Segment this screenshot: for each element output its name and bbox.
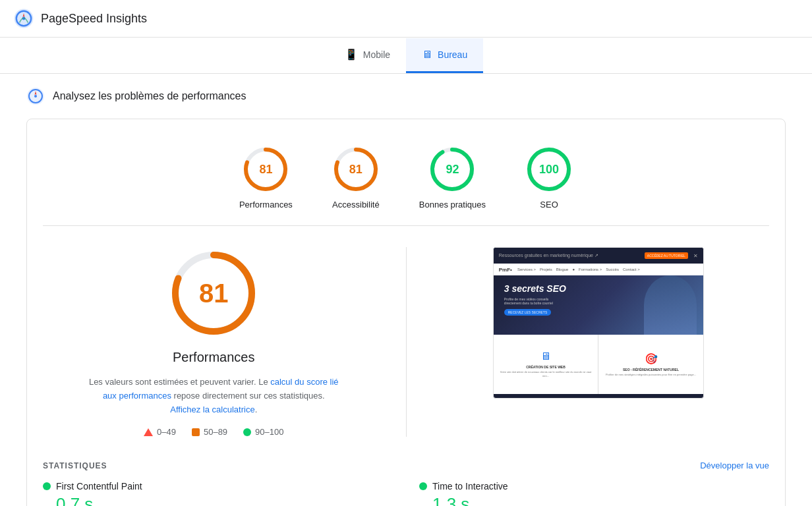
mock-topbar-text: Ressources gratuites en marketing numéri… — [499, 253, 642, 258]
legend: 0–49 50–89 90–100 — [144, 427, 283, 437]
desktop-icon: 🖥 — [422, 49, 432, 61]
performance-left: 81 Performances Les valeurs sont estimée… — [43, 247, 385, 437]
app-title: PageSpeed Insights — [41, 12, 147, 26]
legend-good-range: 90–100 — [255, 427, 283, 437]
stats-section: STATISTIQUES Développer la vue First Con… — [43, 447, 769, 506]
stat-tti-header: Time to Interactive — [419, 481, 769, 492]
mock-seo-icon: 🎯 — [645, 352, 658, 365]
mock-web-icon: 🖥 — [540, 351, 551, 362]
stat-tti-value: 1,3 s — [419, 494, 769, 506]
mock-card-seo: 🎯 SEO - RÉFÉRENCEMENT NATUREL Profiter d… — [598, 335, 703, 394]
mock-hero: 3 secrets SEO Profite de mes vidéos cons… — [494, 275, 703, 335]
mock-bottom-row: 🖥 CRÉATION DE SITE WEB Votre site doit a… — [494, 335, 703, 394]
mock-topbar: Ressources gratuites en marketing numéri… — [494, 248, 703, 264]
mock-card-seo-text: Profiter de mes stratégies intégrales pu… — [606, 373, 696, 377]
mock-card-web: 🖥 CRÉATION DE SITE WEB Votre site doit a… — [494, 335, 599, 394]
mock-card-web-text: Votre site doit attirer de nouveaux clie… — [499, 370, 593, 378]
desc-end: . — [255, 405, 258, 414]
logo-container: PageSpeed Insights — [13, 8, 147, 29]
desc-part1: Les valeurs sont estimées et peuvent var… — [89, 377, 268, 387]
pagespeed-icon — [13, 8, 34, 29]
stat-fcp-value: 0,7 s — [43, 494, 393, 506]
large-gauge-value: 81 — [199, 279, 229, 308]
tab-bureau[interactable]: 🖥 Bureau — [406, 38, 483, 73]
analyze-icon — [26, 87, 45, 105]
stat-fcp: First Contentful Paint 0,7 s — [43, 481, 393, 506]
scores-card: 81 Performances 81 Accessibilité — [26, 119, 786, 506]
score-seo: 100 SEO — [525, 146, 573, 210]
screenshot-container: Ressources gratuites en marketing numéri… — [428, 247, 770, 437]
mock-hero-text: 3 secrets SEO Profite de mes vidéos cons… — [504, 283, 566, 316]
mock-nav-links: Services > Projets Blogue ● Formations >… — [517, 267, 640, 271]
gauge-performances: 81 — [242, 146, 289, 193]
mock-hero-image — [644, 275, 697, 335]
tab-mobile-label: Mobile — [363, 49, 390, 60]
detail-section: 81 Performances Les valeurs sont estimée… — [43, 226, 769, 447]
stat-fcp-header: First Contentful Paint — [43, 481, 393, 492]
gauge-bonnes-pratiques: 92 — [428, 146, 476, 193]
performance-title: Performances — [173, 350, 255, 365]
score-performances-label: Performances — [239, 200, 293, 210]
vertical-divider — [406, 247, 407, 437]
legend-good: 90–100 — [243, 427, 283, 437]
tab-bureau-label: Bureau — [438, 49, 467, 60]
legend-medium-range: 50–89 — [204, 427, 227, 437]
stats-expand-link[interactable]: Développer la vue — [700, 461, 769, 470]
legend-dot-icon — [243, 428, 251, 436]
svg-point-5 — [34, 95, 37, 98]
mock-close-icon: ✕ — [693, 253, 698, 259]
stat-tti-name: Time to Interactive — [432, 481, 508, 492]
stats-grid: First Contentful Paint 0,7 s Time to Int… — [43, 481, 769, 506]
mock-orange-btn: ACCÉDEZ AU TUTORIEL — [645, 252, 688, 259]
gauge-seo: 100 — [525, 146, 573, 193]
score-bonnes-pratiques-value: 92 — [446, 163, 459, 177]
tabs-bar: 📱 Mobile 🖥 Bureau — [0, 38, 812, 74]
legend-bad: 0–49 — [144, 427, 176, 437]
stat-fcp-name: First Contentful Paint — [56, 481, 142, 492]
analyze-section: Analysez les problèmes de performances — [26, 87, 786, 105]
score-bonnes-pratiques: 92 Bonnes pratiques — [419, 146, 486, 210]
mock-hero-btn: RECEVEZ LES SECRETS — [504, 309, 551, 316]
link-calculator[interactable]: Affichez la calculatrice — [170, 405, 254, 414]
score-accessibilite-label: Accessibilité — [332, 200, 380, 210]
stats-header: STATISTIQUES Développer la vue — [43, 461, 769, 470]
mock-hero-h1: 3 secrets SEO — [504, 283, 566, 295]
legend-square-icon — [192, 428, 200, 436]
mock-card-seo-title: SEO - RÉFÉRENCEMENT NATUREL — [623, 368, 679, 372]
mock-nav: PmF• Services > Projets Blogue ● Formati… — [494, 264, 703, 275]
stats-title: STATISTIQUES — [43, 461, 107, 470]
score-performances-value: 81 — [259, 163, 272, 177]
app-header: PageSpeed Insights — [0, 0, 812, 38]
score-accessibilite-value: 81 — [349, 163, 362, 177]
mobile-icon: 📱 — [345, 48, 358, 61]
performance-description: Les valeurs sont estimées et peuvent var… — [88, 376, 339, 416]
mock-card-web-title: CRÉATION DE SITE WEB — [526, 365, 566, 369]
mock-logo: PmF• — [499, 267, 512, 273]
stat-tti-dot — [419, 482, 427, 490]
main-content: Analysez les problèmes de performances 8… — [0, 74, 812, 506]
score-seo-value: 100 — [539, 163, 559, 177]
legend-bad-range: 0–49 — [157, 427, 176, 437]
stat-fcp-dot — [43, 482, 51, 490]
large-gauge: 81 — [167, 247, 260, 339]
gauge-accessibilite: 81 — [332, 146, 380, 193]
mock-hero-sub: Profite de mes vidéos conseilsdirectemen… — [504, 297, 566, 305]
desc-part2: repose directement sur ces statistiques. — [174, 391, 325, 401]
score-seo-label: SEO — [540, 200, 558, 210]
score-accessibilite: 81 Accessibilité — [332, 146, 380, 210]
analyze-title: Analysez les problèmes de performances — [53, 90, 246, 102]
legend-triangle-icon — [144, 428, 153, 436]
website-screenshot: Ressources gratuites en marketing numéri… — [493, 247, 704, 399]
tab-mobile[interactable]: 📱 Mobile — [329, 38, 406, 73]
score-performances: 81 Performances — [239, 146, 293, 210]
legend-medium: 50–89 — [192, 427, 227, 437]
stat-tti: Time to Interactive 1,3 s — [419, 481, 769, 506]
score-bonnes-pratiques-label: Bonnes pratiques — [419, 200, 486, 210]
scores-row: 81 Performances 81 Accessibilité — [43, 135, 769, 226]
